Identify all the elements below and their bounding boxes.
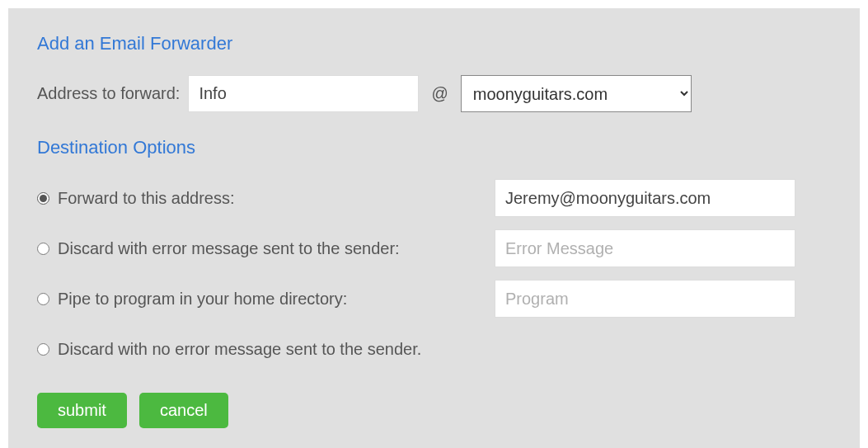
option-pipe-row: Pipe to program in your home directory: — [37, 280, 831, 318]
option-discard-noerror-row: Discard with no error message sent to th… — [37, 330, 831, 368]
forward-label: Forward to this address: — [58, 189, 235, 208]
discard-error-radio[interactable] — [37, 243, 49, 255]
destination-options-heading: Destination Options — [37, 137, 831, 158]
address-label: Address to forward: — [37, 84, 180, 103]
button-row: submit cancel — [37, 393, 831, 428]
error-message-input[interactable] — [495, 229, 795, 267]
pipe-radio[interactable] — [37, 293, 49, 305]
address-input[interactable] — [188, 75, 419, 112]
cancel-button[interactable]: cancel — [139, 393, 228, 428]
address-row: Address to forward: @ moonyguitars.com — [37, 75, 831, 112]
at-symbol: @ — [431, 84, 448, 103]
discard-error-label: Discard with error message sent to the s… — [58, 239, 400, 258]
option-forward-row: Forward to this address: — [37, 179, 831, 217]
add-forwarder-heading: Add an Email Forwarder — [37, 33, 831, 54]
forward-radio[interactable] — [37, 192, 49, 205]
domain-select[interactable]: moonyguitars.com — [461, 75, 692, 112]
email-forwarder-panel: Add an Email Forwarder Address to forwar… — [8, 8, 860, 448]
discard-noerror-label: Discard with no error message sent to th… — [58, 340, 421, 359]
discard-noerror-radio[interactable] — [37, 343, 49, 356]
submit-button[interactable]: submit — [37, 393, 127, 428]
pipe-label: Pipe to program in your home directory: — [58, 290, 347, 309]
forward-address-input[interactable] — [495, 179, 795, 217]
program-input[interactable] — [495, 280, 795, 318]
option-discard-error-row: Discard with error message sent to the s… — [37, 229, 831, 267]
